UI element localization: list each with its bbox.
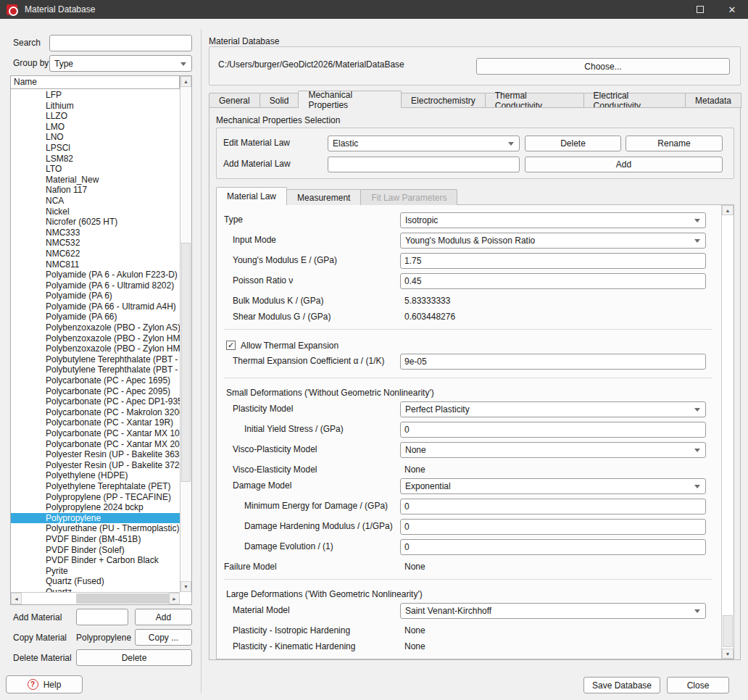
list-item-quartz-fused[interactable]: Quartz (Fused) <box>11 576 180 587</box>
search-input[interactable] <box>49 35 192 51</box>
list-item-pvdf-binder-bm-451b[interactable]: PVDF Binder (BM-451B) <box>11 534 180 545</box>
law-vertical-scrollbar[interactable]: ▲ ▼ <box>721 205 734 659</box>
scroll-down-icon[interactable]: ▼ <box>722 649 734 659</box>
law-tab-material-law[interactable]: Material Law <box>216 187 287 205</box>
law-scroll-thumb[interactable] <box>723 615 733 647</box>
list-item-polyester-resin-up-bakelite-3630[interactable]: Polyester Resin (UP - Bakelite 3630 <box>11 449 180 460</box>
input-damage-evolution-1[interactable] <box>400 539 706 555</box>
list-item-nmc811[interactable]: NMC811 <box>11 259 180 270</box>
edit-material-law-select[interactable]: Elastic <box>328 136 520 151</box>
law-tab-measurement[interactable]: Measurement <box>286 189 361 205</box>
list-item-polybenzoxazole-pbo-zylon-hm[interactable]: Polybenzoxazole (PBO - Zylon HM) <box>11 333 180 344</box>
list-item-lfp[interactable]: LFP <box>11 90 180 101</box>
close-window-button[interactable]: ✕ <box>716 0 748 19</box>
scroll-up-icon[interactable]: ▲ <box>180 76 191 87</box>
scroll-right-icon[interactable]: ► <box>169 593 180 604</box>
list-item-lto[interactable]: LTO <box>11 164 180 175</box>
list-item-polycarbonate-pc-xantar-mx-102[interactable]: Polycarbonate (PC - Xantar MX 102 <box>11 428 180 439</box>
list-item-pyrite[interactable]: Pyrite <box>11 566 180 577</box>
list-item-polycarbonate-pc-xantar-mx-203[interactable]: Polycarbonate (PC - Xantar MX 203 <box>11 439 180 450</box>
rename-law-button[interactable]: Rename <box>626 136 723 151</box>
add-law-button[interactable]: Add <box>525 157 723 172</box>
list-item-polycarbonate-pc-apec-dp1-935[interactable]: Polycarbonate (PC - Apec DP1-935 <box>11 396 180 407</box>
list-item-polyester-resin-up-bakelite-3720[interactable]: Polyester Resin (UP - Bakelite 3720 <box>11 460 180 471</box>
delete-material-button[interactable]: Delete <box>76 649 192 666</box>
scroll-left-icon[interactable]: ◄ <box>11 593 22 604</box>
tab-mechanical-properties[interactable]: Mechanical Properties <box>298 91 402 108</box>
list-item-llzo[interactable]: LLZO <box>11 111 180 122</box>
select-plasticity-model[interactable]: Perfect Plasticity <box>400 401 706 417</box>
list-item-polyamide-pa-66-ultramid-a4h[interactable]: Polyamide (PA 66 - Ultramid A4H) <box>11 301 180 312</box>
list-item-polyamide-pa-6[interactable]: Polyamide (PA 6) <box>11 291 180 301</box>
list-item-nickel[interactable]: Nickel <box>11 207 180 217</box>
list-item-polyethylene-hdpe[interactable]: Polyethylene (HDPE) <box>11 470 180 481</box>
select-visco-plasticity-model[interactable]: None <box>400 442 706 458</box>
list-item-polyethylene-terephtalate-pet[interactable]: Polyethylene Terephtalate (PET) <box>11 481 180 492</box>
list-item-nicrofer-6025-ht[interactable]: Nicrofer (6025 HT) <box>11 217 180 228</box>
list-item-polypropylene-2024-bckp[interactable]: Polypropylene 2024 bckp <box>11 502 180 513</box>
list-item-lithium[interactable]: Lithium <box>11 101 180 112</box>
select-input-mode[interactable]: Young's Modulus & Poisson Ratio <box>400 233 706 249</box>
list-item-polycarbonate-pc-makrolon-3206[interactable]: Polycarbonate (PC - Makrolon 3206 <box>11 407 180 418</box>
checkbox-allow-thermal-expansion[interactable]: ✓ <box>226 341 236 350</box>
list-item-nmc532[interactable]: NMC532 <box>11 238 180 249</box>
list-item-polycarbonate-pc-xantar-19r[interactable]: Polycarbonate (PC - Xantar 19R) <box>11 417 180 428</box>
list-item-polyamide-pa-6-akulon-f223-d[interactable]: Polyamide (PA 6 - Akulon F223-D) <box>11 270 180 280</box>
list-item-lmo[interactable]: LMO <box>11 122 180 133</box>
list-item-lpscl[interactable]: LPSCl <box>11 143 180 154</box>
list-item-material-new[interactable]: Material_New <box>11 175 180 186</box>
save-database-button[interactable]: Save Database <box>583 677 660 693</box>
list-item-nmc333[interactable]: NMC333 <box>11 228 180 238</box>
list-item-polycarbonate-pc-apec-2095[interactable]: Polycarbonate (PC - Apec 2095) <box>11 386 180 397</box>
input-poisson-ratio[interactable] <box>400 273 706 289</box>
scroll-up-icon[interactable]: ▲ <box>722 205 734 215</box>
list-item-polybutylene-terephthalate-pbt[interactable]: Polybutylene Terephthalate (PBT - <box>11 354 180 365</box>
list-item-polybenzoxazole-pbo-zylon-as[interactable]: Polybenzoxazole (PBO - Zylon AS) <box>11 322 180 333</box>
tab-electrical-conductivity[interactable]: Electrical Conductivity <box>583 93 686 108</box>
input-thermal-expansion-coefficient-1-k[interactable] <box>400 354 706 370</box>
select-material-model[interactable]: Saint Venant-Kirchhoff <box>400 603 706 619</box>
list-header-name[interactable]: Name <box>11 76 180 89</box>
list-item-nafion-117[interactable]: Nafion 117 <box>11 185 180 196</box>
group-by-select[interactable]: Type <box>49 55 192 72</box>
list-item-polypropylene[interactable]: Polypropylene <box>11 513 180 524</box>
close-button[interactable]: Close <box>667 677 729 693</box>
select-type[interactable]: Isotropic <box>400 212 706 228</box>
add-material-law-input[interactable] <box>328 157 520 172</box>
vertical-scroll-thumb[interactable] <box>181 243 191 482</box>
list-item-polyurethane-pu-thermoplastic[interactable]: Polyurethane (PU - Thermoplastic) <box>11 523 180 534</box>
maximize-button[interactable] <box>684 0 716 19</box>
list-item-nca[interactable]: NCA <box>11 196 180 207</box>
horizontal-scroll-thumb[interactable] <box>76 593 178 604</box>
input-young-s-modulus-e-gpa[interactable] <box>400 253 706 269</box>
tab-metadata[interactable]: Metadata <box>685 93 741 108</box>
list-item-quartz[interactable]: Quartz <box>11 587 180 592</box>
list-item-polypropylene-pp-tecafine[interactable]: Polypropylene (PP - TECAFINE) <box>11 492 180 503</box>
list-vertical-scrollbar[interactable]: ▲ ▼ <box>180 76 191 592</box>
tab-solid[interactable]: Solid <box>259 93 299 108</box>
list-item-lno[interactable]: LNO <box>11 132 180 143</box>
add-material-button[interactable]: Add <box>135 609 192 625</box>
list-item-nmc622[interactable]: NMC622 <box>11 249 180 259</box>
list-item-polyamide-pa-6-ultramid-8202[interactable]: Polyamide (PA 6 - Ultramid 8202) <box>11 280 180 291</box>
help-button[interactable]: ? Help <box>6 675 83 693</box>
input-minimum-energy-for-damage-gpa[interactable] <box>400 499 706 514</box>
copy-material-button[interactable]: Copy ... <box>135 629 192 646</box>
tab-general[interactable]: General <box>209 93 260 108</box>
scroll-down-icon[interactable]: ▼ <box>180 581 191 592</box>
select-damage-model[interactable]: Exponential <box>400 478 706 494</box>
tab-electrochemistry[interactable]: Electrochemistry <box>401 93 486 108</box>
tab-thermal-conductivity[interactable]: Thermal Conductivity <box>485 93 584 108</box>
input-initial-yield-stress-gpa[interactable] <box>400 422 706 438</box>
list-item-pvdf-binder-carbon-black[interactable]: PVDF Binder + Carbon Black <box>11 555 180 566</box>
list-item-polyamide-pa-66[interactable]: Polyamide (PA 66) <box>11 312 180 322</box>
list-item-lsm82[interactable]: LSM82 <box>11 154 180 164</box>
list-item-pvdf-binder-solef[interactable]: PVDF Binder (Solef) <box>11 545 180 556</box>
choose-button[interactable]: Choose... <box>476 58 730 75</box>
add-material-input[interactable] <box>76 609 128 625</box>
list-item-polybenzoxazole-pbo-zylon-hm[interactable]: Polybenzoxazole (PBO - Zylon HM) <box>11 343 180 354</box>
list-item-polycarbonate-pc-apec-1695[interactable]: Polycarbonate (PC - Apec 1695) <box>11 375 180 386</box>
delete-law-button[interactable]: Delete <box>525 136 621 151</box>
input-damage-hardening-modulus-1-gpa[interactable] <box>400 519 706 535</box>
list-horizontal-scrollbar[interactable]: ◄ ► <box>11 592 180 604</box>
